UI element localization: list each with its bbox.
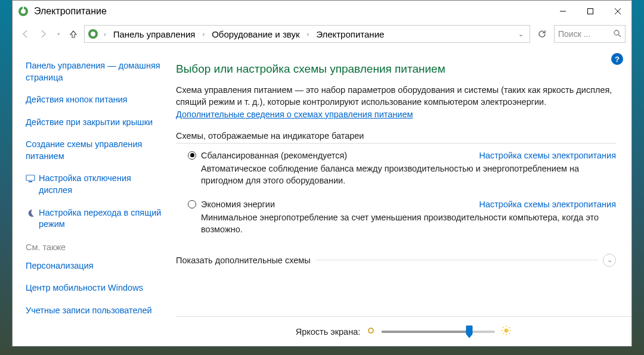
search-input[interactable]: Поиск ... (554, 25, 626, 43)
divider (315, 260, 598, 260)
sidebar-link-create-plan[interactable]: Создание схемы управления питанием (26, 139, 162, 162)
chevron-right-icon[interactable]: › (101, 30, 109, 38)
sidebar-home-label: Панель управления — домашняя страница (26, 60, 162, 83)
body: ? Панель управления — домашняя страница … (13, 47, 631, 346)
radio-saver[interactable] (188, 200, 196, 208)
window-title: Электропитание (34, 6, 549, 17)
more-info-link[interactable]: Дополнительные сведения о схемах управле… (176, 110, 413, 119)
power-plan-balanced: Сбалансированная (рекомендуется) Настрой… (176, 151, 616, 197)
svg-rect-4 (588, 9, 593, 14)
search-placeholder: Поиск ... (558, 29, 611, 39)
maximize-button[interactable] (577, 1, 604, 22)
back-button[interactable] (18, 27, 33, 41)
chevron-down-icon[interactable]: ⌄ (603, 254, 616, 267)
search-icon (613, 29, 621, 39)
svg-point-9 (614, 30, 619, 35)
moon-icon (26, 208, 35, 218)
breadcrumb-item[interactable]: Панель управления (111, 28, 198, 41)
page-heading: Выбор или настройка схемы управления пит… (176, 63, 616, 76)
breadcrumb-item[interactable]: Оборудование и звук (209, 28, 302, 41)
slider-thumb[interactable] (466, 325, 473, 338)
breadcrumb-dropdown[interactable]: ⌄ (515, 30, 527, 38)
svg-point-8 (91, 32, 95, 36)
plan-settings-link[interactable]: Настройка схемы электропитания (479, 200, 616, 211)
sun-bright-icon (501, 325, 512, 338)
svg-line-21 (509, 333, 510, 334)
plan-description: Минимальное энергопотребление за счет ум… (201, 211, 616, 236)
plan-name[interactable]: Сбалансированная (рекомендуется) (201, 151, 467, 160)
svg-point-15 (504, 328, 509, 332)
sidebar-home-link[interactable]: Панель управления — домашняя страница (26, 60, 162, 83)
sidebar-link-label: Персонализация (26, 260, 162, 272)
brightness-footer: Яркость экрана: (176, 316, 631, 346)
sidebar: Панель управления — домашняя страница Де… (13, 47, 168, 346)
svg-line-20 (503, 327, 504, 328)
titlebar: Электропитание (13, 1, 631, 22)
close-button[interactable] (604, 1, 631, 22)
sidebar-link-label: Действия кнопок питания (26, 94, 162, 106)
slider-fill (382, 331, 467, 333)
content: Выбор или настройка схемы управления пит… (168, 47, 631, 346)
sidebar-link-lid-close[interactable]: Действие при закрытии крышки (26, 117, 162, 129)
page-description: Схема управления питанием — это набор па… (176, 84, 616, 108)
brightness-label: Яркость экрана: (296, 327, 361, 337)
section-heading: Схемы, отображаемые на индикаторе батаре… (176, 131, 616, 141)
sidebar-link-label: Действие при закрытии крышки (26, 117, 162, 129)
window-controls (549, 1, 631, 22)
sidebar-link-label: Настройка отключения дисплея (39, 173, 162, 196)
sidebar-link-user-accounts[interactable]: Учетные записи пользователей (26, 305, 162, 317)
minimize-button[interactable] (549, 1, 577, 22)
navbar: ▾ › Панель управления › Оборудование и з… (13, 22, 631, 47)
power-options-icon (87, 28, 99, 40)
sun-dim-icon (366, 326, 376, 338)
breadcrumb-item[interactable]: Электропитание (314, 28, 386, 41)
sidebar-link-sleep[interactable]: Настройка перехода в спящий режим (26, 207, 162, 231)
svg-line-23 (509, 327, 510, 328)
plan-settings-link[interactable]: Настройка схемы электропитания (479, 151, 616, 163)
chevron-right-icon[interactable]: › (200, 30, 207, 38)
sidebar-link-power-buttons[interactable]: Действия кнопок питания (26, 94, 162, 106)
sidebar-link-personalization[interactable]: Персонализация (26, 260, 162, 272)
breadcrumb[interactable]: › Панель управления › Оборудование и зву… (84, 25, 530, 43)
svg-rect-2 (23, 7, 24, 10)
power-options-icon (17, 5, 29, 17)
radio-balanced[interactable] (188, 151, 196, 160)
brightness-slider[interactable] (382, 331, 495, 333)
svg-line-10 (618, 35, 621, 37)
window: Электропитание ▾ › (12, 0, 632, 347)
chevron-right-icon[interactable]: › (304, 30, 311, 38)
sidebar-link-label: Настройка перехода в спящий режим (39, 207, 162, 231)
svg-rect-12 (29, 181, 32, 182)
see-also-heading: См. также (26, 242, 162, 252)
sidebar-link-mobility-center[interactable]: Центр мобильности Windows (26, 282, 162, 294)
recent-dropdown[interactable]: ▾ (54, 27, 63, 41)
sidebar-link-display-off[interactable]: Настройка отключения дисплея (26, 173, 162, 196)
plan-description: Автоматическое соблюдение баланса между … (201, 163, 616, 187)
svg-point-14 (370, 329, 372, 331)
monitor-icon (26, 174, 35, 183)
sidebar-link-label: Учетные записи пользователей (26, 305, 162, 317)
expand-label: Показать дополнительные схемы (176, 256, 311, 265)
up-button[interactable] (66, 27, 80, 41)
sidebar-link-label: Создание схемы управления питанием (26, 139, 162, 162)
sidebar-link-label: Центр мобильности Windows (26, 282, 162, 294)
svg-rect-11 (26, 175, 35, 180)
power-plan-saver: Экономия энергии Настройка схемы электро… (176, 200, 616, 245)
refresh-button[interactable] (534, 26, 550, 42)
plan-name[interactable]: Экономия энергии (201, 200, 467, 209)
divider (176, 143, 616, 144)
svg-line-22 (503, 333, 504, 334)
forward-button[interactable] (36, 27, 51, 41)
show-additional-plans[interactable]: Показать дополнительные схемы ⌄ (176, 254, 616, 267)
